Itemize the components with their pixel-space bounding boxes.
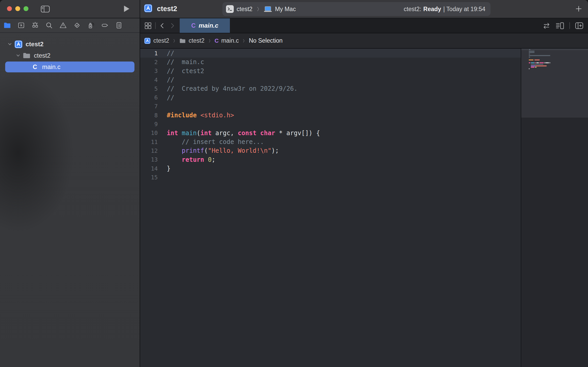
code-line-4[interactable]: 4// [140,75,521,84]
minimap-line-13 [535,67,537,68]
line-number[interactable]: 2 [140,59,158,65]
go-forward-icon[interactable] [169,22,176,29]
scheme-destination[interactable]: My Mac [275,6,296,13]
close-button[interactable] [7,6,12,11]
navigator-tab-symbols[interactable] [31,21,40,30]
jump-bar: ctest2ctest2Cmain.cNo Selection [140,33,588,49]
token-fc: printf [182,147,204,154]
report-icon [115,21,123,29]
minimap-line-10 [531,62,534,63]
line-number[interactable]: 10 [140,130,158,136]
run-button[interactable] [123,5,130,13]
code-line-12[interactable]: 12 printf("Hello, World!\n"); [140,146,521,155]
code-line-10[interactable]: 10int main(int argc, const char * argv[]… [140,129,521,137]
breadcrumb-label: No Selection [249,37,282,44]
terminal-icon [226,5,233,13]
scheme-name[interactable]: ctest2 [237,6,252,13]
go-back-icon[interactable] [159,22,166,29]
breadcrumb-item-no-selection[interactable]: No Selection [249,37,282,44]
line-number[interactable]: 4 [140,77,158,83]
diamond-check-icon [73,21,81,29]
tree-row-main.c[interactable]: Cmain.c [0,61,140,73]
toggle-sidebar-button[interactable] [40,5,50,13]
breadcrumb-item-main.c[interactable]: Cmain.c [215,37,239,44]
minimap-line-13 [531,67,534,68]
minimap-line-10 [529,62,530,63]
line-number[interactable]: 1 [140,50,158,57]
related-items-icon[interactable] [144,21,152,30]
code-review-icon[interactable] [542,21,551,30]
navigator-tab-issues[interactable] [59,21,67,30]
code-line-11[interactable]: 11 // insert code here... [140,137,521,146]
code-text: // [167,76,174,83]
code-line-15[interactable]: 15 [140,173,521,182]
add-editor-icon[interactable] [575,21,584,30]
line-number[interactable]: 12 [140,148,158,154]
scheme-selector[interactable]: ctest2 My Mac [226,5,296,13]
code-pane[interactable]: 1//2// main.c3// ctest24//5// Created by… [140,49,521,367]
navigator-tab-project[interactable] [3,21,12,30]
breadcrumb-item-ctest2[interactable]: ctest2 [144,37,169,44]
minimap-line-10 [539,62,544,63]
navigator-tab-source-control[interactable] [17,21,26,30]
token-kw: int [200,129,212,137]
code-line-13[interactable]: 13 return 0; [140,155,521,164]
code-line-14[interactable]: 14} [140,164,521,173]
tab-bar-separator [569,22,570,29]
disclosure-chevron-icon[interactable] [6,42,13,47]
adjust-editor-options-icon[interactable] [555,21,565,30]
breadcrumb-item-ctest2[interactable]: ctest2 [179,37,204,44]
tab-bar-controls [140,18,180,33]
navigator-tab-find[interactable] [45,21,54,30]
line-number[interactable]: 13 [140,156,158,163]
token-st: <stdio.h> [200,112,234,119]
token-cm: // [167,76,174,83]
navigator-tab-breakpoints[interactable] [101,21,109,30]
minimap-line-6 [529,57,530,58]
tree-row-ctest2[interactable]: ctest2 [0,50,140,61]
code-line-1[interactable]: 1// [140,49,521,58]
tree-row-ctest2[interactable]: ctest2 [0,39,140,50]
breadcrumb-separator-icon [207,38,212,44]
minimap-line-14 [529,68,530,69]
navigator-tab-reports[interactable] [115,21,123,30]
minimap-line-10 [545,62,549,63]
minimap[interactable] [521,49,588,367]
code-line-6[interactable]: 6// [140,93,521,102]
code-line-8[interactable]: 8#include <stdio.h> [140,111,521,120]
code-line-2[interactable]: 2// main.c [140,58,521,66]
line-number[interactable]: 14 [140,165,158,172]
code-line-7[interactable]: 7 [140,102,521,111]
minimap-line-12 [531,65,536,66]
code-line-9[interactable]: 9 [140,120,521,128]
code-text: // insert code here... [167,138,264,146]
token-pl: * argv[]) { [275,129,320,137]
editor-area: C main.c ctest2ctest2Cmain.cNo Selection… [140,18,588,367]
minimap-line-3 [529,52,534,53]
token-pl [167,156,182,163]
tree-row-label: ctest2 [26,41,43,48]
code-text: printf("Hello, World!\n"); [167,147,279,154]
navigator-tab-debug[interactable] [87,21,95,30]
line-number[interactable]: 11 [140,139,158,145]
library-add-button[interactable] [575,5,582,12]
line-number[interactable]: 3 [140,68,158,74]
tab-main-c[interactable]: C main.c [180,18,230,33]
status-state: Ready [423,6,441,13]
zoom-button[interactable] [24,6,28,11]
navigator-tab-tests[interactable] [73,21,81,30]
titlebar: ctest2 ctest2 My Mac ctest2: Ready | Tod… [0,0,588,18]
code-line-3[interactable]: 3// ctest2 [140,67,521,75]
line-number[interactable]: 9 [140,121,158,127]
line-number[interactable]: 6 [140,94,158,101]
disclosure-chevron-icon[interactable] [15,53,21,58]
line-number[interactable]: 8 [140,112,158,119]
token-fn: main [182,129,197,137]
line-number[interactable]: 5 [140,86,158,92]
line-number[interactable]: 15 [140,174,158,181]
minimize-button[interactable] [15,6,20,11]
minimap-line-10 [544,62,545,63]
code-line-5[interactable]: 5// Created by 4nsw3r on 2022/9/26. [140,84,521,93]
line-number[interactable]: 7 [140,103,158,110]
breadcrumb-label: ctest2 [189,37,204,44]
